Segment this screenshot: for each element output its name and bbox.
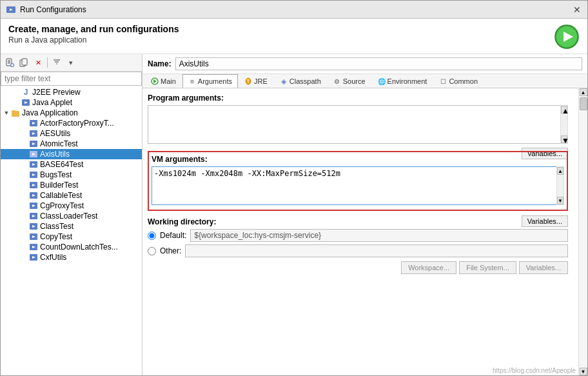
other-radio-row: Other: — [148, 244, 568, 257]
other-dir-input[interactable] — [185, 244, 568, 257]
classloader-icon — [29, 212, 38, 221]
dir-buttons: Workspace... File System... Variables... — [148, 261, 568, 274]
expand-java-app: ▼ — [3, 110, 10, 116]
source-tab-icon: ⚙ — [333, 77, 341, 85]
vm-scrollbar: ▲ ▼ — [556, 166, 564, 205]
variables-button-3[interactable]: Variables... — [519, 261, 568, 274]
java-application-label: Java Application — [22, 108, 78, 117]
tab-arguments[interactable]: ≡ Arguments — [182, 74, 238, 88]
scrollbar-down-arrow[interactable]: ▼ — [561, 135, 567, 143]
no-expand-applet — [14, 99, 20, 106]
builder-label: BuilderTest — [40, 181, 78, 190]
bugs-label: BugsTest — [40, 170, 72, 179]
working-dir-label: Working directory: — [148, 217, 568, 226]
tree-item-classtest[interactable]: ClassTest — [1, 221, 142, 232]
classtest-icon — [29, 222, 38, 231]
workspace-button[interactable]: Workspace... — [401, 261, 456, 274]
tree-item-cgproxy[interactable]: CgProxyTest — [1, 201, 142, 211]
other-radio[interactable] — [148, 247, 156, 255]
svg-rect-13 — [22, 59, 27, 65]
callable-label: CallableTest — [40, 191, 82, 200]
common-tab-icon: ☐ — [439, 77, 447, 85]
delete-config-button[interactable]: ✕ — [32, 56, 44, 69]
tree-item-aes[interactable]: AESUtils — [1, 128, 142, 139]
tab-classpath[interactable]: ◈ Classpath — [274, 74, 327, 88]
scroll-thumb[interactable] — [580, 97, 587, 110]
bugs-icon — [29, 170, 38, 179]
tab-source-label: Source — [343, 77, 366, 85]
tree-item-cxf[interactable]: CxfUtils — [1, 252, 142, 262]
program-args-input[interactable] — [148, 105, 568, 144]
tree-item-classloader[interactable]: ClassLoaderTest — [1, 211, 142, 221]
tab-main[interactable]: Main — [145, 74, 182, 88]
applet-icon — [21, 98, 30, 107]
aes-label: AESUtils — [40, 129, 70, 138]
run-configurations-window: Run Configurations ✕ Create, manage, and… — [0, 0, 588, 376]
default-dir-input[interactable] — [190, 229, 568, 242]
filter-input[interactable] — [1, 72, 142, 86]
env-tab-icon: 🌐 — [378, 77, 386, 85]
tree-item-countdown[interactable]: CountDownLatchTes... — [1, 242, 142, 252]
copytest-icon — [29, 232, 38, 241]
copytest-label: CopyTest — [40, 232, 72, 241]
tab-common-label: Common — [449, 77, 478, 85]
tab-jre-label: JRE — [254, 77, 268, 85]
j2ee-icon: J — [21, 88, 30, 97]
tree-item-actor[interactable]: ActorFactoryProxyT... — [1, 118, 142, 128]
tree-item-java-application-group[interactable]: ▼ Java Application — [1, 108, 142, 118]
filter-button[interactable] — [50, 56, 63, 69]
vm-scroll-down[interactable]: ▼ — [557, 197, 564, 204]
tree-item-builder[interactable]: BuilderTest — [1, 180, 142, 190]
tree-item-j2ee[interactable]: J J2EE Preview — [1, 87, 142, 97]
classpath-tab-icon: ◈ — [280, 77, 288, 85]
name-row: Name: — [142, 54, 587, 74]
tab-jre[interactable]: JRE — [239, 74, 273, 88]
title-bar-left: Run Configurations — [6, 5, 86, 15]
svg-rect-20 — [12, 110, 15, 112]
tree-item-bugs[interactable]: BugsTest — [1, 170, 142, 180]
right-scroll-down[interactable]: ▼ — [580, 368, 587, 375]
variables-button-2[interactable]: Variables... — [522, 215, 568, 227]
base64-label: BASE64Test — [40, 160, 83, 169]
tree-item-base64[interactable]: BASE64Test — [1, 159, 142, 170]
cxf-icon — [29, 253, 38, 262]
name-input[interactable] — [175, 57, 582, 70]
tab-main-label: Main — [161, 77, 176, 85]
duplicate-config-button[interactable] — [17, 56, 30, 69]
vm-args-input[interactable] — [152, 166, 564, 205]
run-button[interactable] — [554, 24, 580, 50]
scrollbar-up-arrow[interactable]: ▲ — [561, 106, 567, 114]
atomic-label: AtomicTest — [40, 139, 78, 148]
jre-tab-icon — [244, 77, 252, 85]
tree-item-callable[interactable]: CallableTest — [1, 190, 142, 201]
prog-args-scrollbar: ▲ ▼ — [560, 105, 568, 144]
program-args-container: ▲ ▼ — [148, 105, 568, 146]
tree-item-atomic[interactable]: AtomicTest — [1, 139, 142, 149]
vm-scroll-up[interactable]: ▲ — [557, 167, 564, 175]
header-title: Create, manage, and run configurations — [8, 24, 179, 34]
main-tab-icon — [151, 77, 159, 85]
tab-common[interactable]: ☐ Common — [433, 74, 484, 88]
watermark: https://blog.csdn.net/Apeople — [493, 367, 576, 374]
cgproxy-label: CgProxyTest — [40, 201, 84, 210]
other-radio-label: Other: — [160, 246, 181, 255]
close-button[interactable]: ✕ — [572, 5, 582, 15]
filter-icon — [52, 58, 61, 67]
tree-item-axis[interactable]: AxisUtils — [1, 149, 142, 159]
tree-item-copytest[interactable]: CopyTest — [1, 232, 142, 242]
new-config-button[interactable] — [3, 56, 16, 69]
filesystem-button[interactable]: File System... — [459, 261, 516, 274]
actor-icon — [29, 119, 38, 128]
left-panel: ✕ ▾ J J2EE Preview — [1, 54, 142, 375]
right-scroll-up[interactable]: ▲ — [580, 88, 587, 96]
working-dir-section: Working directory: Default: Other: — [148, 217, 568, 274]
right-panel-scrollbar: ▲ ▼ — [578, 88, 587, 375]
tab-environment[interactable]: 🌐 Environment — [372, 74, 433, 88]
tab-source[interactable]: ⚙ Source — [328, 74, 371, 88]
default-radio[interactable] — [148, 232, 156, 240]
tab-environment-label: Environment — [387, 77, 427, 85]
cgproxy-icon — [29, 201, 38, 210]
tree-item-java-applet[interactable]: Java Applet — [1, 97, 142, 108]
collapse-all-button[interactable]: ▾ — [64, 56, 77, 69]
callable-icon — [29, 191, 38, 200]
